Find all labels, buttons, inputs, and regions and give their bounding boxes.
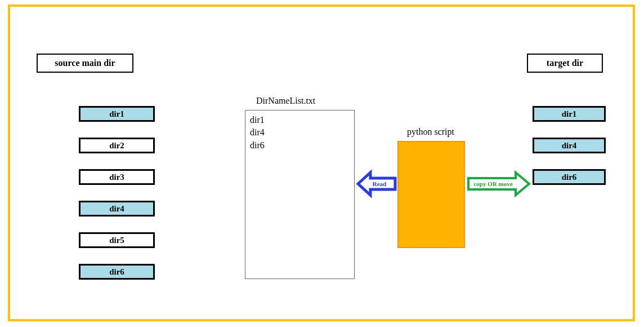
file-name-label: DirNameList.txt [256,96,315,106]
file-line: dir6 [250,139,350,152]
source-dir-name: dir1 [109,109,124,119]
source-dir-box: dir2 [79,138,155,153]
file-line: dir1 [250,114,350,126]
source-dir-box: dir5 [79,232,155,248]
script-label-text: python script [407,127,454,136]
target-dir-box: dir6 [533,169,606,185]
target-dir-name: dir1 [562,109,577,119]
target-dir-label: target dir [527,54,603,73]
source-dir-box: dir3 [79,169,155,185]
script-box [397,141,465,248]
source-dir-name: dir6 [109,267,124,277]
svg-marker-0 [358,173,395,195]
source-dir-box: dir1 [79,106,155,122]
target-dir-name: dir6 [562,173,577,182]
source-dir-name: dir4 [109,204,124,214]
copy-arrow-icon: copy OR move [468,169,530,198]
file-line: dir4 [250,126,350,139]
script-label: python script [400,127,462,137]
source-dir-name: dir3 [109,173,124,182]
source-dir-box: dir4 [79,201,155,216]
target-dir-box: dir4 [533,138,606,153]
source-dir-label: source main dir [37,54,133,73]
target-dir-box: dir1 [533,106,606,122]
source-dir-box: dir6 [79,264,155,280]
target-dir-label-text: target dir [547,58,583,68]
file-box: dir1dir4dir6 [245,110,355,279]
diagram-canvas: source main dir target dir dir1dir2dir3d… [0,0,644,327]
read-arrow-icon: Read [358,169,397,198]
target-dir-name: dir4 [562,141,577,151]
source-dir-name: dir2 [109,141,124,151]
file-name-text: DirNameList.txt [256,96,315,105]
source-dir-label-text: source main dir [55,58,115,68]
source-dir-name: dir5 [109,236,124,245]
svg-marker-1 [468,173,529,195]
